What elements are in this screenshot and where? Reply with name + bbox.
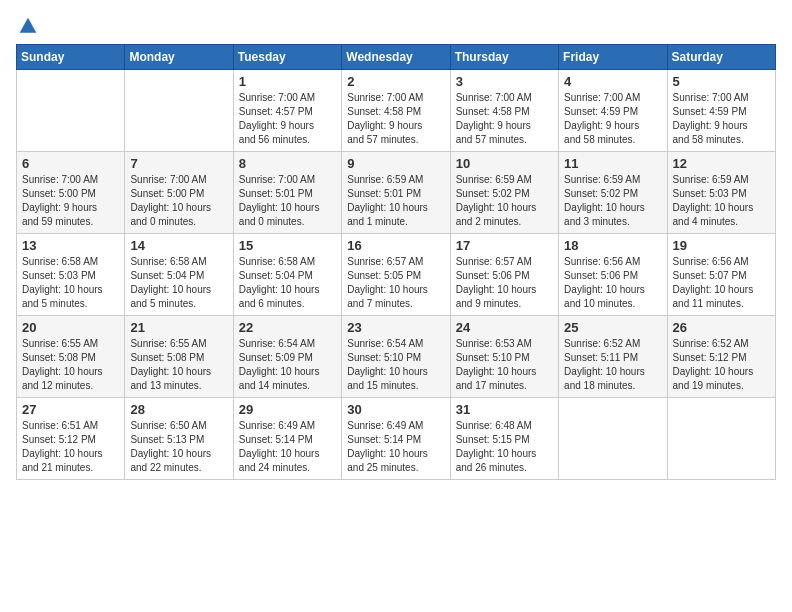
calendar-cell: 17Sunrise: 6:57 AM Sunset: 5:06 PM Dayli… <box>450 234 558 316</box>
day-info: Sunrise: 6:54 AM Sunset: 5:09 PM Dayligh… <box>239 337 336 393</box>
calendar-cell: 8Sunrise: 7:00 AM Sunset: 5:01 PM Daylig… <box>233 152 341 234</box>
calendar-cell: 28Sunrise: 6:50 AM Sunset: 5:13 PM Dayli… <box>125 398 233 480</box>
day-info: Sunrise: 6:58 AM Sunset: 5:04 PM Dayligh… <box>239 255 336 311</box>
calendar-cell: 25Sunrise: 6:52 AM Sunset: 5:11 PM Dayli… <box>559 316 667 398</box>
day-number: 1 <box>239 74 336 89</box>
day-number: 19 <box>673 238 770 253</box>
calendar-cell: 26Sunrise: 6:52 AM Sunset: 5:12 PM Dayli… <box>667 316 775 398</box>
calendar-cell: 5Sunrise: 7:00 AM Sunset: 4:59 PM Daylig… <box>667 70 775 152</box>
calendar-cell: 2Sunrise: 7:00 AM Sunset: 4:58 PM Daylig… <box>342 70 450 152</box>
week-row-2: 6Sunrise: 7:00 AM Sunset: 5:00 PM Daylig… <box>17 152 776 234</box>
logo <box>16 16 38 36</box>
day-number: 9 <box>347 156 444 171</box>
calendar-cell: 6Sunrise: 7:00 AM Sunset: 5:00 PM Daylig… <box>17 152 125 234</box>
calendar-cell: 3Sunrise: 7:00 AM Sunset: 4:58 PM Daylig… <box>450 70 558 152</box>
day-info: Sunrise: 6:57 AM Sunset: 5:05 PM Dayligh… <box>347 255 444 311</box>
calendar-cell: 7Sunrise: 7:00 AM Sunset: 5:00 PM Daylig… <box>125 152 233 234</box>
day-number: 18 <box>564 238 661 253</box>
calendar-cell <box>559 398 667 480</box>
day-info: Sunrise: 7:00 AM Sunset: 5:00 PM Dayligh… <box>130 173 227 229</box>
day-number: 26 <box>673 320 770 335</box>
day-number: 29 <box>239 402 336 417</box>
calendar-cell: 22Sunrise: 6:54 AM Sunset: 5:09 PM Dayli… <box>233 316 341 398</box>
day-info: Sunrise: 6:49 AM Sunset: 5:14 PM Dayligh… <box>347 419 444 475</box>
calendar-cell: 27Sunrise: 6:51 AM Sunset: 5:12 PM Dayli… <box>17 398 125 480</box>
weekday-header-wednesday: Wednesday <box>342 45 450 70</box>
day-number: 3 <box>456 74 553 89</box>
weekday-header-monday: Monday <box>125 45 233 70</box>
calendar-cell: 18Sunrise: 6:56 AM Sunset: 5:06 PM Dayli… <box>559 234 667 316</box>
day-info: Sunrise: 7:00 AM Sunset: 5:01 PM Dayligh… <box>239 173 336 229</box>
day-number: 23 <box>347 320 444 335</box>
calendar-cell: 30Sunrise: 6:49 AM Sunset: 5:14 PM Dayli… <box>342 398 450 480</box>
weekday-header-saturday: Saturday <box>667 45 775 70</box>
weekday-header-row: SundayMondayTuesdayWednesdayThursdayFrid… <box>17 45 776 70</box>
day-info: Sunrise: 6:48 AM Sunset: 5:15 PM Dayligh… <box>456 419 553 475</box>
calendar-cell: 21Sunrise: 6:55 AM Sunset: 5:08 PM Dayli… <box>125 316 233 398</box>
day-number: 8 <box>239 156 336 171</box>
day-info: Sunrise: 6:51 AM Sunset: 5:12 PM Dayligh… <box>22 419 119 475</box>
day-number: 11 <box>564 156 661 171</box>
calendar-cell: 31Sunrise: 6:48 AM Sunset: 5:15 PM Dayli… <box>450 398 558 480</box>
weekday-header-friday: Friday <box>559 45 667 70</box>
svg-marker-0 <box>20 18 37 33</box>
calendar-cell: 20Sunrise: 6:55 AM Sunset: 5:08 PM Dayli… <box>17 316 125 398</box>
day-info: Sunrise: 7:00 AM Sunset: 5:00 PM Dayligh… <box>22 173 119 229</box>
calendar-cell: 12Sunrise: 6:59 AM Sunset: 5:03 PM Dayli… <box>667 152 775 234</box>
calendar-cell: 16Sunrise: 6:57 AM Sunset: 5:05 PM Dayli… <box>342 234 450 316</box>
day-number: 25 <box>564 320 661 335</box>
day-number: 20 <box>22 320 119 335</box>
day-number: 17 <box>456 238 553 253</box>
day-number: 12 <box>673 156 770 171</box>
day-number: 13 <box>22 238 119 253</box>
day-info: Sunrise: 7:00 AM Sunset: 4:58 PM Dayligh… <box>347 91 444 147</box>
calendar-cell: 1Sunrise: 7:00 AM Sunset: 4:57 PM Daylig… <box>233 70 341 152</box>
calendar-cell: 15Sunrise: 6:58 AM Sunset: 5:04 PM Dayli… <box>233 234 341 316</box>
day-number: 24 <box>456 320 553 335</box>
weekday-header-thursday: Thursday <box>450 45 558 70</box>
day-number: 30 <box>347 402 444 417</box>
week-row-1: 1Sunrise: 7:00 AM Sunset: 4:57 PM Daylig… <box>17 70 776 152</box>
calendar-cell: 24Sunrise: 6:53 AM Sunset: 5:10 PM Dayli… <box>450 316 558 398</box>
week-row-4: 20Sunrise: 6:55 AM Sunset: 5:08 PM Dayli… <box>17 316 776 398</box>
day-info: Sunrise: 6:58 AM Sunset: 5:04 PM Dayligh… <box>130 255 227 311</box>
day-info: Sunrise: 6:55 AM Sunset: 5:08 PM Dayligh… <box>22 337 119 393</box>
day-number: 5 <box>673 74 770 89</box>
day-info: Sunrise: 6:57 AM Sunset: 5:06 PM Dayligh… <box>456 255 553 311</box>
day-info: Sunrise: 6:56 AM Sunset: 5:07 PM Dayligh… <box>673 255 770 311</box>
day-info: Sunrise: 6:53 AM Sunset: 5:10 PM Dayligh… <box>456 337 553 393</box>
day-info: Sunrise: 7:00 AM Sunset: 4:59 PM Dayligh… <box>673 91 770 147</box>
week-row-3: 13Sunrise: 6:58 AM Sunset: 5:03 PM Dayli… <box>17 234 776 316</box>
day-number: 21 <box>130 320 227 335</box>
day-info: Sunrise: 6:50 AM Sunset: 5:13 PM Dayligh… <box>130 419 227 475</box>
day-number: 4 <box>564 74 661 89</box>
calendar-cell: 4Sunrise: 7:00 AM Sunset: 4:59 PM Daylig… <box>559 70 667 152</box>
day-info: Sunrise: 6:56 AM Sunset: 5:06 PM Dayligh… <box>564 255 661 311</box>
day-number: 31 <box>456 402 553 417</box>
day-info: Sunrise: 6:49 AM Sunset: 5:14 PM Dayligh… <box>239 419 336 475</box>
calendar-cell <box>125 70 233 152</box>
logo-icon <box>18 16 38 36</box>
calendar-cell: 19Sunrise: 6:56 AM Sunset: 5:07 PM Dayli… <box>667 234 775 316</box>
day-number: 6 <box>22 156 119 171</box>
calendar-cell: 11Sunrise: 6:59 AM Sunset: 5:02 PM Dayli… <box>559 152 667 234</box>
day-info: Sunrise: 6:52 AM Sunset: 5:11 PM Dayligh… <box>564 337 661 393</box>
day-number: 16 <box>347 238 444 253</box>
day-number: 27 <box>22 402 119 417</box>
day-number: 22 <box>239 320 336 335</box>
weekday-header-sunday: Sunday <box>17 45 125 70</box>
calendar-cell: 10Sunrise: 6:59 AM Sunset: 5:02 PM Dayli… <box>450 152 558 234</box>
calendar-cell: 23Sunrise: 6:54 AM Sunset: 5:10 PM Dayli… <box>342 316 450 398</box>
day-info: Sunrise: 7:00 AM Sunset: 4:58 PM Dayligh… <box>456 91 553 147</box>
day-info: Sunrise: 7:00 AM Sunset: 4:57 PM Dayligh… <box>239 91 336 147</box>
day-number: 14 <box>130 238 227 253</box>
day-info: Sunrise: 6:55 AM Sunset: 5:08 PM Dayligh… <box>130 337 227 393</box>
day-info: Sunrise: 6:59 AM Sunset: 5:03 PM Dayligh… <box>673 173 770 229</box>
calendar-cell: 9Sunrise: 6:59 AM Sunset: 5:01 PM Daylig… <box>342 152 450 234</box>
day-info: Sunrise: 6:58 AM Sunset: 5:03 PM Dayligh… <box>22 255 119 311</box>
day-info: Sunrise: 7:00 AM Sunset: 4:59 PM Dayligh… <box>564 91 661 147</box>
header <box>16 16 776 36</box>
weekday-header-tuesday: Tuesday <box>233 45 341 70</box>
day-info: Sunrise: 6:59 AM Sunset: 5:01 PM Dayligh… <box>347 173 444 229</box>
day-number: 10 <box>456 156 553 171</box>
